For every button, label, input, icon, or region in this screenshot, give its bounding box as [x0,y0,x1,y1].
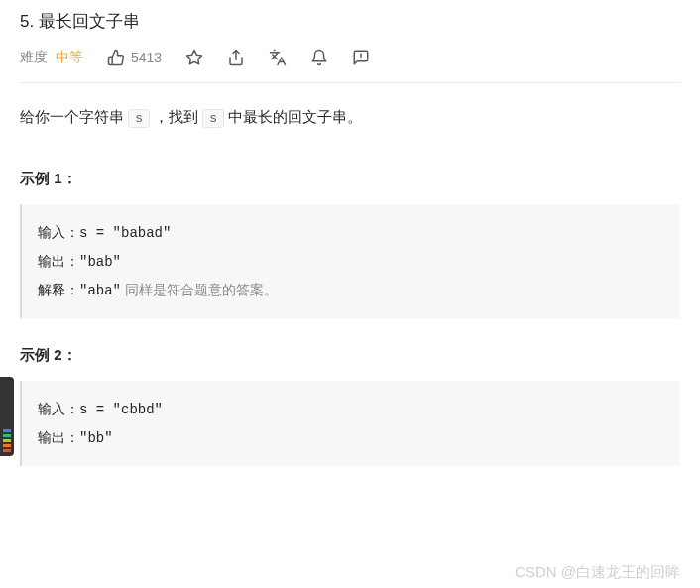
output-value: "bb" [79,430,113,446]
output-label: 输出： [38,253,79,269]
thumbs-up-icon [107,49,125,66]
desc-mid: ，找到 [154,108,202,125]
input-value: s = "babad" [79,225,171,241]
translate-icon [269,49,287,66]
problem-title: 5. 最长回文子串 [20,10,680,33]
explain-text: 同样是符合题意的答案。 [121,282,278,297]
input-value: s = "cbbd" [79,402,163,417]
example-block: 输入：s = "babad" 输出："bab" 解释："aba" 同样是符合题意… [20,204,680,318]
widget-bar [3,434,11,437]
desc-prefix: 给你一个字符串 [20,108,128,125]
example-heading: 示例 1： [20,170,680,188]
widget-bar [3,429,11,432]
like-count: 5413 [131,50,162,65]
example-1: 示例 1： 输入：s = "babad" 输出："bab" 解释："aba" 同… [20,170,680,318]
desc-var1: s [128,109,150,128]
feedback-icon [352,49,370,66]
problem-description: 给你一个字符串 s ，找到 s 中最长的回文子串。 [20,103,680,130]
share-button[interactable] [227,49,245,66]
explain-label: 解释： [38,282,79,297]
widget-bar [3,444,11,447]
side-widget[interactable] [0,377,14,456]
star-icon [185,49,203,66]
output-value: "bab" [79,254,121,270]
input-label: 输入： [38,224,79,240]
share-icon [227,49,245,66]
favorite-button[interactable] [185,49,203,66]
notification-button[interactable] [310,49,328,66]
difficulty-label: 难度 [20,49,48,64]
example-block: 输入：s = "cbbd" 输出："bb" [20,381,680,466]
desc-suffix: 中最长的回文子串。 [228,108,362,125]
difficulty: 难度 中等 [20,49,83,66]
example-heading: 示例 2： [20,346,680,365]
meta-row: 难度 中等 5413 [20,49,680,66]
output-label: 输出： [38,429,79,445]
example-2: 示例 2： 输入：s = "cbbd" 输出："bb" [20,346,680,466]
svg-marker-0 [187,51,202,64]
bell-icon [310,49,328,66]
like-button[interactable]: 5413 [107,49,162,66]
translate-button[interactable] [269,49,287,66]
widget-bar [3,449,11,452]
feedback-button[interactable] [352,49,370,66]
desc-var2: s [202,109,224,128]
divider [20,82,680,83]
explain-code: "aba" [79,283,121,298]
watermark: CSDN @白速龙王的回眸 [515,563,680,582]
widget-bar [3,439,11,442]
difficulty-value: 中等 [56,49,83,64]
input-label: 输入： [38,401,79,416]
